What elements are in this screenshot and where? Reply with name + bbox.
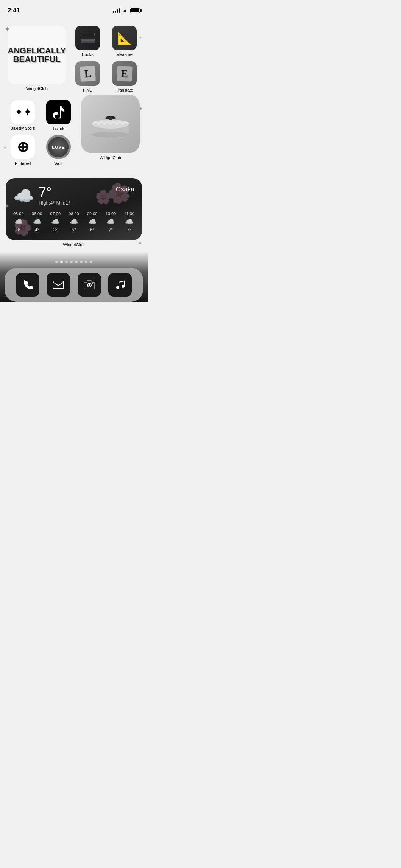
weather-bg-decoration: 🌸 🌸 🌸 (6, 178, 142, 240)
camera-icon (84, 280, 95, 290)
bluesky-app[interactable]: ✦✦ Bluesky Social (6, 98, 41, 132)
page-dot-3 (65, 261, 68, 263)
tiktok-app[interactable]: TikTok (41, 98, 76, 132)
svg-point-10 (122, 285, 125, 288)
star-decoration-8: ✦ (138, 240, 142, 246)
row-1: ANGELICALLYBEAUTIFUL WidgetClub (0, 24, 148, 94)
angelically-widget-label: WidgetClub (26, 86, 48, 91)
wolt-love-text: LOVE (48, 137, 69, 157)
home-screen: ✦ ● ✦ ✦ ANGELICALLYBEAUTIFUL WidgetClub (0, 17, 148, 253)
pinterest-icon[interactable]: ⊕ (11, 135, 35, 159)
wolt-label: Wolt (54, 161, 62, 166)
books-label: Books (82, 52, 94, 57)
weather-widget-label: WidgetClub (6, 242, 142, 247)
cake-widget-image (81, 95, 140, 153)
bottom-area (0, 253, 148, 302)
finc-label: FiNC (83, 88, 92, 92)
apps-left-4: ✦✦ Bluesky Social TikTok (6, 98, 76, 167)
tiktok-icon[interactable] (46, 100, 71, 124)
dock-phone[interactable] (16, 273, 39, 297)
battery-icon (130, 8, 140, 13)
books-app[interactable]: Books (70, 24, 105, 58)
measure-ruler-icon: 📐 (117, 31, 132, 45)
music-icon (115, 279, 125, 290)
measure-label: Measure (116, 52, 133, 57)
translate-app[interactable]: E Translate (107, 60, 142, 94)
svg-point-4 (92, 132, 130, 138)
cake-widget[interactable]: WidgetClub (76, 95, 142, 160)
books-icon[interactable] (75, 26, 100, 50)
svg-point-7 (88, 284, 90, 286)
bluesky-label: Bluesky Social (11, 126, 35, 130)
phone-icon (22, 279, 33, 290)
finc-letter: L (80, 65, 95, 81)
finc-icon[interactable]: L (75, 61, 100, 86)
page-dot-4 (70, 261, 73, 263)
measure-icon[interactable]: 📐 (112, 26, 137, 50)
page-dots (0, 255, 148, 268)
weather-widget[interactable]: 🌸 🌸 🌸 ☁️ 7° High:4° Min:1° Osaka (6, 178, 142, 240)
bluesky-icon[interactable]: ✦✦ (11, 100, 35, 124)
page-dot-7 (85, 261, 87, 263)
page-dot-8 (90, 261, 92, 263)
translate-icon[interactable]: E (112, 61, 137, 86)
finc-app[interactable]: L FiNC (70, 60, 105, 94)
pinterest-logo: ⊕ (17, 135, 30, 159)
page-dot-2 (60, 261, 63, 263)
signal-icon (113, 8, 120, 13)
cake-illustration (88, 101, 133, 147)
translate-letter: E (117, 66, 132, 81)
svg-point-8 (92, 283, 93, 284)
tiktok-label: TikTok (53, 126, 64, 131)
apps-grid-2x2: Books 📐 Measure L FiNC (68, 24, 142, 94)
angelically-widget-image: ANGELICALLYBEAUTIFUL (8, 26, 66, 84)
dock-mail[interactable] (47, 273, 70, 297)
status-time: 2:41 (8, 7, 20, 14)
translate-label: Translate (116, 88, 133, 92)
svg-rect-5 (53, 281, 64, 289)
wolt-app[interactable]: LOVE Wolt (41, 133, 76, 167)
svg-point-3 (109, 117, 112, 120)
page-dot-6 (80, 261, 83, 263)
mail-icon (53, 281, 64, 289)
page-dot-1 (55, 261, 58, 263)
pinterest-label: Pinterest (15, 161, 31, 166)
angelically-text: ANGELICALLYBEAUTIFUL (8, 47, 66, 64)
tiktok-logo (52, 106, 64, 119)
dock-camera[interactable] (78, 273, 101, 297)
angelically-widget[interactable]: ANGELICALLYBEAUTIFUL WidgetClub (6, 24, 68, 92)
pinterest-app[interactable]: ⊕ Pinterest (6, 133, 41, 167)
dock (5, 268, 143, 302)
cake-widget-label: WidgetClub (100, 155, 121, 160)
measure-app[interactable]: 📐 Measure (107, 24, 142, 58)
row-2-3: ✦✦ Bluesky Social TikTok (0, 94, 148, 167)
svg-point-9 (116, 286, 119, 289)
dock-music[interactable] (108, 273, 132, 297)
page-dot-5 (75, 261, 78, 263)
bluesky-stars-icon: ✦✦ (14, 106, 32, 118)
app-grid: ✦ ● ✦ ✦ ANGELICALLYBEAUTIFUL WidgetClub (0, 24, 148, 249)
wifi-icon: ▲ (122, 7, 128, 14)
star-decoration-7: ✦ (5, 202, 9, 210)
weather-widget-container: 🌸 🌸 🌸 ☁️ 7° High:4° Min:1° Osaka (0, 172, 148, 249)
wolt-icon[interactable]: LOVE (46, 135, 71, 159)
status-bar: 2:41 ▲ (0, 0, 148, 17)
status-icons: ▲ (113, 7, 140, 14)
